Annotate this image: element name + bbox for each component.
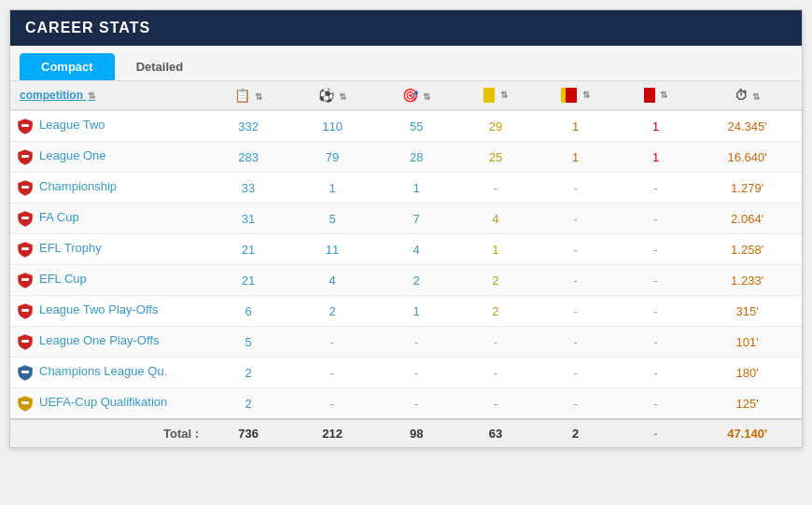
footer-yellow: 63 [458,419,532,447]
col-assists: 🎯 ⇅ [374,81,458,110]
table-row: FA Cup31574--2.064' [10,203,802,234]
cell-apps: 33 [206,173,290,203]
cell-red_yellow: - [533,173,619,203]
cell-red: - [619,296,693,327]
cell-red_yellow: - [533,265,619,296]
competition-icon [16,178,35,197]
assists-icon: 🎯 [402,88,418,103]
cell-assists: 7 [374,203,458,234]
competition-icon [16,117,35,135]
footer-goals: 212 [290,419,374,447]
col-goals: ⚽ ⇅ [290,81,374,110]
table-body: League Two33211055291124.345' League One… [10,110,802,419]
cell-red_yellow: - [533,203,619,234]
red-yellow-card-icon [561,88,578,103]
competition-link[interactable]: Championship [39,179,117,193]
cell-assists: 2 [374,265,458,296]
cell-assists: 55 [374,110,458,142]
cell-red_yellow: - [533,388,619,420]
cell-red: 1 [619,110,693,142]
cell-minutes: 1.258' [693,234,802,265]
competition-cell: FA Cup [10,203,206,234]
svg-rect-3 [21,217,29,219]
cell-red: - [619,327,693,358]
tab-detailed[interactable]: Detailed [115,53,205,80]
cell-minutes: 315' [693,296,802,327]
competition-cell: EFL Trophy [10,234,206,265]
competition-link[interactable]: UEFA-Cup Qualifikation [39,395,167,409]
competition-icon [16,363,35,382]
col-red: ⇅ [619,81,693,110]
cell-minutes: 1.233' [693,265,802,296]
page-title: CAREER STATS [25,20,150,35]
cell-apps: 21 [206,234,290,265]
svg-rect-2 [21,186,29,189]
cell-assists: 4 [374,234,458,265]
competition-cell: League One Play-Offs [10,327,206,358]
competition-link[interactable]: EFL Trophy [39,241,102,255]
cell-red: 1 [619,142,693,173]
col-apps: 📋 ⇅ [206,81,290,110]
competition-link[interactable]: League One Play-Offs [39,333,159,347]
competition-link[interactable]: League Two [39,118,105,132]
competition-cell: Champions League Qu. [10,358,206,388]
competition-icon [16,332,35,351]
card-header: CAREER STATS [10,10,802,46]
cell-yellow: 4 [458,203,532,234]
cell-red_yellow: - [533,296,619,327]
competition-cell: League Two [10,110,206,142]
cell-goals: - [290,388,374,420]
cell-goals: 2 [290,296,374,327]
cell-apps: 332 [206,110,290,142]
apps-icon: 📋 [234,88,250,103]
cell-minutes: 2.064' [693,203,802,234]
competition-link[interactable]: League One [39,148,106,162]
svg-rect-8 [21,371,29,373]
tab-compact[interactable]: Compact [20,53,115,80]
footer-label: Total : [10,419,206,447]
stats-table: competition ⇅ 📋 ⇅ ⚽ ⇅ 🎯 ⇅ [10,81,802,447]
svg-rect-1 [21,155,29,158]
cell-yellow: 25 [458,142,532,173]
cell-yellow: - [458,327,532,358]
table-row: UEFA-Cup Qualifikation2-----125' [10,388,802,420]
cell-assists: 1 [374,173,458,203]
cell-red_yellow: 1 [533,110,619,142]
competition-link[interactable]: Champions League Qu. [39,364,167,378]
cell-goals: 1 [290,173,374,203]
cell-yellow: 2 [458,265,532,296]
cell-red: - [619,265,693,296]
competition-cell: Championship [10,173,206,203]
competition-link[interactable]: FA Cup [39,210,79,224]
table-row: EFL Trophy211141--1.258' [10,234,802,265]
competition-link[interactable]: EFL Cup [39,272,87,286]
stats-table-wrap: competition ⇅ 📋 ⇅ ⚽ ⇅ 🎯 ⇅ [10,81,802,447]
tabs-bar: Compact Detailed [10,46,802,81]
cell-goals: 11 [290,234,374,265]
cell-red: - [619,203,693,234]
cell-minutes: 1.279' [693,173,802,203]
cell-minutes: 101' [693,327,802,358]
table-row: Championship3311---1.279' [10,173,802,203]
table-row: League One Play-Offs5-----101' [10,327,802,358]
competition-link[interactable]: League Two Play-Offs [39,302,158,316]
competition-sort-link[interactable]: competition ⇅ [20,89,95,102]
table-row: League Two33211055291124.345' [10,110,802,142]
cell-minutes: 125' [693,388,802,420]
competition-icon [16,209,35,228]
minutes-icon: ⏱ [735,88,748,103]
competition-cell: League One [10,142,206,173]
table-row: EFL Cup21422--1.233' [10,265,802,296]
cell-apps: 5 [206,327,290,358]
competition-icon [16,240,35,259]
cell-assists: 1 [374,296,458,327]
competition-icon [16,302,35,320]
cell-assists: - [374,327,458,358]
cell-apps: 2 [206,358,290,388]
cell-goals: - [290,327,374,358]
cell-yellow: - [458,173,532,203]
cell-apps: 283 [206,142,290,173]
cell-red: - [619,173,693,203]
cell-assists: - [374,358,458,388]
cell-yellow: - [458,358,532,388]
